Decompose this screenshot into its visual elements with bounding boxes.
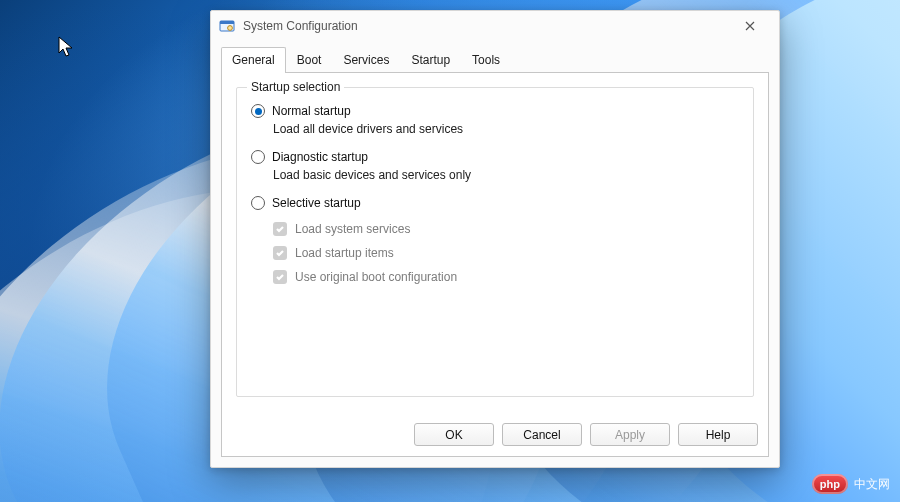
checkbox-icon <box>273 222 287 236</box>
checkbox-use-original-boot-config: Use original boot configuration <box>273 270 739 284</box>
titlebar[interactable]: System Configuration <box>211 11 779 41</box>
checkbox-icon <box>273 246 287 260</box>
svg-point-2 <box>228 26 233 31</box>
tab-label: Tools <box>472 53 500 67</box>
button-label: Cancel <box>523 428 560 442</box>
radio-diagnostic-startup[interactable]: Diagnostic startup <box>251 150 739 164</box>
apply-button: Apply <box>590 423 670 446</box>
checkbox-label: Use original boot configuration <box>295 270 457 284</box>
tab-services[interactable]: Services <box>332 47 400 73</box>
watermark-text: 中文网 <box>854 476 890 493</box>
svg-rect-1 <box>220 21 234 24</box>
system-configuration-dialog: System Configuration General Boot Servic… <box>210 10 780 468</box>
tab-label: Startup <box>411 53 450 67</box>
tab-panel-general: Startup selection Normal startup Load al… <box>221 72 769 457</box>
watermark: php 中文网 <box>812 474 890 494</box>
help-button[interactable]: Help <box>678 423 758 446</box>
tab-bar: General Boot Services Startup Tools <box>211 46 779 72</box>
dialog-buttons: OK Cancel Apply Help <box>414 423 758 446</box>
close-icon <box>745 21 755 31</box>
mouse-cursor-icon <box>58 36 76 60</box>
tab-startup[interactable]: Startup <box>400 47 461 73</box>
checkbox-load-system-services: Load system services <box>273 222 739 236</box>
app-icon <box>219 18 235 34</box>
close-button[interactable] <box>729 12 771 40</box>
radio-normal-startup[interactable]: Normal startup <box>251 104 739 118</box>
checkbox-load-startup-items: Load startup items <box>273 246 739 260</box>
tab-label: Boot <box>297 53 322 67</box>
radio-label: Normal startup <box>272 104 351 118</box>
checkbox-icon <box>273 270 287 284</box>
button-label: Apply <box>615 428 645 442</box>
radio-icon <box>251 104 265 118</box>
tab-label: Services <box>343 53 389 67</box>
watermark-badge: php <box>812 474 848 494</box>
tab-label: General <box>232 53 275 67</box>
radio-description: Load all device drivers and services <box>273 122 739 136</box>
checkbox-label: Load startup items <box>295 246 394 260</box>
radio-description: Load basic devices and services only <box>273 168 739 182</box>
cancel-button[interactable]: Cancel <box>502 423 582 446</box>
tab-boot[interactable]: Boot <box>286 47 333 73</box>
radio-selective-startup[interactable]: Selective startup <box>251 196 739 210</box>
radio-icon <box>251 150 265 164</box>
button-label: Help <box>706 428 731 442</box>
tab-general[interactable]: General <box>221 47 286 73</box>
radio-label: Diagnostic startup <box>272 150 368 164</box>
group-title: Startup selection <box>247 80 344 94</box>
tab-tools[interactable]: Tools <box>461 47 511 73</box>
startup-selection-group: Startup selection Normal startup Load al… <box>236 87 754 397</box>
radio-icon <box>251 196 265 210</box>
window-title: System Configuration <box>243 19 358 33</box>
ok-button[interactable]: OK <box>414 423 494 446</box>
button-label: OK <box>445 428 462 442</box>
checkbox-label: Load system services <box>295 222 410 236</box>
radio-label: Selective startup <box>272 196 361 210</box>
